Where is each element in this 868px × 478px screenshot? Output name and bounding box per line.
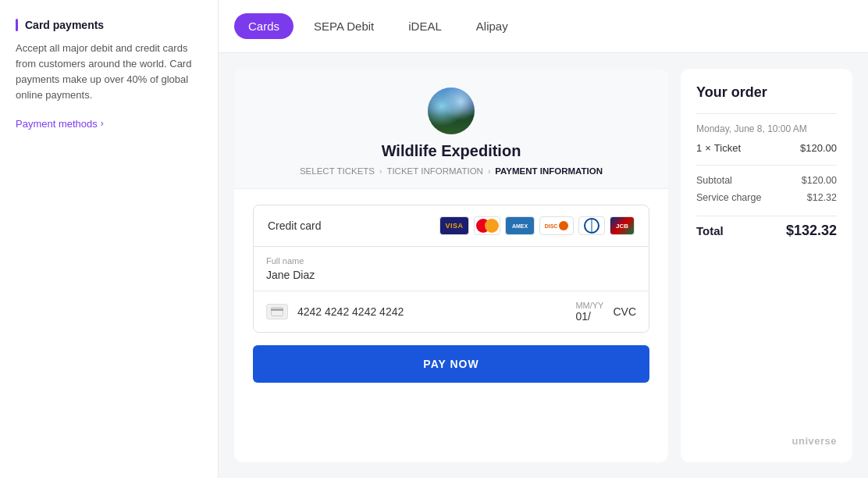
diners-circle [584,218,599,234]
order-date: Monday, June 8, 10:00 AM [696,123,837,134]
jcb-icon: JCB [610,216,635,235]
tab-sepa-debit[interactable]: SEPA Debit [300,13,388,39]
order-item-name: Ticket [714,142,741,154]
order-subtotal-divider [696,165,837,166]
order-quantity: 1 [696,142,702,154]
tabs-bar: Cards SEPA Debit iDEAL Alipay [219,0,868,53]
payment-methods-link[interactable]: Payment methods › [16,118,202,130]
tab-alipay[interactable]: Alipay [462,13,522,39]
mc-right-circle [485,219,499,233]
order-subtotal-line: Subtotal $120.00 [696,175,837,186]
tab-ideal[interactable]: iDEAL [394,13,456,39]
tab-cards[interactable]: Cards [234,13,293,39]
chevron-right-icon: › [101,118,104,129]
sidebar: Card payments Accept all major debit and… [0,0,219,478]
breadcrumb-step3: PAYMENT INFORMATION [495,166,603,176]
card-number-field[interactable]: 4242 4242 4242 4242 MM/YY 01/ CVC [254,291,649,332]
discover-text: DISC [545,223,558,229]
mastercard-icon [474,216,500,235]
pay-now-button[interactable]: PAY NOW [253,345,649,383]
mc-circles [476,219,499,233]
visa-icon: VISA [439,216,469,235]
credit-card-header: Credit card VISA AMEX [253,205,649,247]
event-image [428,87,475,134]
event-header: Wildlife Expedition SELECT TICKETS › TIC… [234,69,668,189]
full-name-label: Full name [266,256,636,266]
event-title: Wildlife Expedition [382,142,521,160]
order-summary: Your order Monday, June 8, 10:00 AM 1 × … [681,69,852,462]
credit-card-label: Credit card [268,219,321,232]
payment-body: Credit card VISA AMEX [234,189,668,398]
amex-icon: AMEX [505,216,535,235]
diners-line [592,219,592,232]
order-divider [696,113,837,114]
event-image-visual [428,87,475,134]
expiry-group: MM/YY 01/ [575,301,603,323]
main-content: Cards SEPA Debit iDEAL Alipay Wildlife E… [219,0,868,478]
event-container: Wildlife Expedition SELECT TICKETS › TIC… [234,69,668,462]
discover-icon: DISC [539,216,574,235]
full-name-value: Jane Diaz [266,269,636,281]
order-total-label: Total [696,224,724,237]
breadcrumb-step1: SELECT TICKETS [300,166,375,176]
cvc-group: CVC [613,305,636,318]
order-service-charge-label: Service charge [696,192,761,203]
card-svg [271,307,283,316]
card-number-row: 4242 4242 4242 4242 MM/YY 01/ CVC [266,301,636,323]
breadcrumb-step2: TICKET INFORMATION [386,166,483,176]
order-title: Your order [696,84,837,101]
card-number-value: 4242 4242 4242 4242 [297,305,566,318]
sidebar-accent-bar [16,19,18,31]
sidebar-description: Accept all major debit and credit cards … [16,41,202,104]
content-area: Wildlife Expedition SELECT TICKETS › TIC… [219,53,868,478]
card-icons: VISA AMEX DISC [439,216,635,235]
card-small-icon [266,304,288,319]
universe-brand: universe [696,419,837,447]
order-total-line: Total $132.32 [696,216,837,239]
expiry-value: 01/ [575,310,603,323]
sidebar-heading: Card payments [25,19,202,31]
order-service-charge-line: Service charge $12.32 [696,192,837,203]
order-item-label: 1 × Ticket [696,142,741,154]
expiry-label: MM/YY [575,301,603,310]
order-total-price: $132.32 [786,223,837,239]
order-item-price: $120.00 [800,142,837,154]
order-service-charge-value: $12.32 [807,192,837,203]
cvc-value: CVC [613,305,636,318]
form-section: Full name Jane Diaz 4242 4 [253,247,649,333]
order-item-line: 1 × Ticket $120.00 [696,142,837,154]
order-subtotal-value: $120.00 [802,175,837,186]
breadcrumb: SELECT TICKETS › TICKET INFORMATION › PA… [300,166,603,176]
discover-dot [559,221,568,230]
sidebar-heading-section: Card payments [16,19,202,31]
breadcrumb-sep1: › [379,167,382,176]
breadcrumb-sep2: › [488,167,490,176]
order-subtotal-label: Subtotal [696,175,732,186]
svg-rect-1 [271,309,283,311]
order-times: × [705,142,711,154]
full-name-field[interactable]: Full name Jane Diaz [254,247,649,291]
payment-methods-label: Payment methods [16,118,98,130]
diners-icon [578,216,605,235]
